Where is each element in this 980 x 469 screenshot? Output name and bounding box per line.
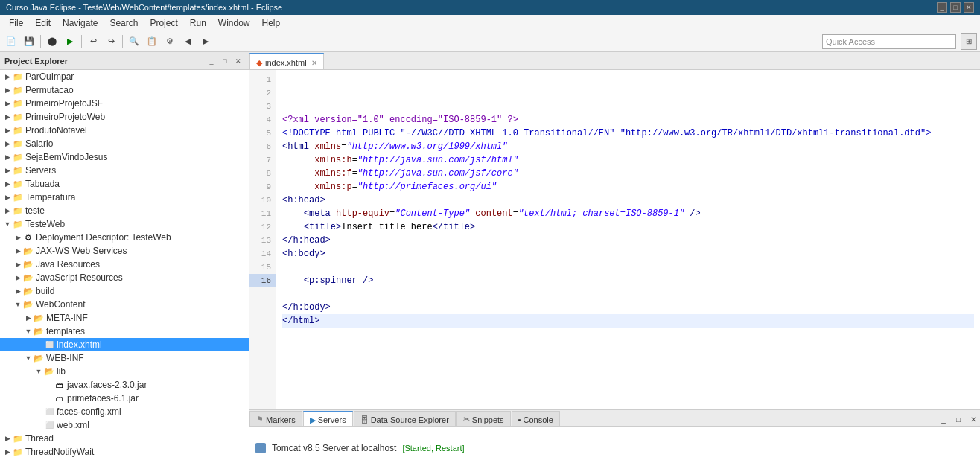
tree-label-temperatura: Temperatura — [25, 192, 75, 202]
tree-item-webcontent[interactable]: ▼📂WebContent — [0, 298, 249, 311]
tree-label-thread: Thread — [25, 433, 54, 444]
tree-label-salario: Salario — [25, 138, 53, 149]
toolbar-btn-5[interactable]: ⚙ — [162, 34, 178, 50]
tab-datasource[interactable]: 🗄 Data Source Explorer — [354, 411, 456, 426]
menu-navigate[interactable]: Navigate — [57, 16, 104, 30]
menu-search[interactable]: Search — [104, 16, 144, 30]
perspective-button[interactable]: ⊞ — [961, 34, 977, 50]
tree-arrow-threadnotify: ▶ — [3, 448, 12, 456]
code-line-1: <?xml version="1.0" encoding="ISO-8859-1… — [282, 113, 974, 127]
tree-item-pf-jar[interactable]: 🗃primefaces-6.1.jar — [0, 392, 249, 405]
debug-button[interactable]: ⬤ — [44, 34, 60, 50]
tree-icon-servers: 📁 — [12, 165, 24, 176]
tree-arrow-javaresources: ▶ — [13, 261, 22, 268]
toolbar-btn-7[interactable]: ▶ — [197, 34, 214, 50]
minimize-button[interactable]: _ — [937, 2, 947, 13]
markers-icon: ⚑ — [256, 415, 264, 424]
tree-icon-webcontent: 📂 — [22, 299, 34, 310]
bottom-close-btn[interactable]: ✕ — [967, 412, 980, 426]
tree-icon-testeweb: 📁 — [12, 218, 24, 230]
tree-label-permutacao: Permutacao — [25, 85, 74, 95]
menu-run[interactable]: Run — [184, 16, 212, 30]
line-number-14: 14 — [249, 247, 276, 261]
minimize-panel-button[interactable]: _ — [206, 55, 217, 67]
maximize-button[interactable]: □ — [950, 2, 961, 13]
bottom-minimize-btn[interactable]: _ — [937, 412, 950, 426]
close-panel-button[interactable]: ✕ — [232, 55, 244, 67]
tree-item-deploymentdesc[interactable]: ▶⚙Deployment Descriptor: TesteWeb — [0, 231, 249, 244]
tab-close-button[interactable]: ✕ — [311, 59, 317, 67]
tab-servers[interactable]: ▶ Servers — [303, 411, 353, 426]
servers-icon: ▶ — [310, 415, 316, 425]
run-button[interactable]: ▶ — [62, 34, 78, 50]
menu-project[interactable]: Project — [144, 16, 183, 30]
menu-edit[interactable]: Edit — [29, 16, 57, 30]
code-content[interactable]: <?xml version="1.0" encoding="ISO-8859-1… — [276, 70, 980, 409]
tree-item-facesconfig[interactable]: ⬜faces-config.xml — [0, 405, 249, 418]
bottom-maximize-btn[interactable]: □ — [952, 412, 965, 426]
tree-item-webxml[interactable]: ⬜web.xml — [0, 418, 249, 432]
tree-item-javaresources[interactable]: ▶📂Java Resources — [0, 258, 249, 271]
tree-item-permutacao[interactable]: ▶📁Permutacao — [0, 83, 249, 97]
toolbar-btn-2[interactable]: ↪ — [103, 34, 119, 50]
toolbar-btn-4[interactable]: 📋 — [144, 34, 160, 50]
tree-item-lib[interactable]: ▼📂lib — [0, 365, 249, 378]
tree-item-jsf-jar[interactable]: 🗃javax.faces-2.3.0.jar — [0, 378, 249, 392]
line-number-12: 12 — [249, 220, 276, 234]
save-button[interactable]: 💾 — [21, 34, 37, 50]
tree-icon-parouimpar: 📁 — [12, 71, 24, 83]
tree-item-parouimpar[interactable]: ▶📁ParOuImpar — [0, 70, 249, 83]
tree-item-tabuada[interactable]: ▶📁Tabuada — [0, 177, 249, 191]
tree-item-teste[interactable]: ▶📁teste — [0, 204, 249, 217]
line-number-6: 6 — [249, 140, 276, 153]
tree-item-temperatura[interactable]: ▶📁Temperatura — [0, 191, 249, 204]
code-line-3: <html xmlns="http://www.w3.org/1999/xhtm… — [282, 140, 974, 153]
tree-label-webxml: web.xml — [57, 420, 89, 430]
menu-help[interactable]: Help — [256, 16, 287, 30]
toolbar-btn-6[interactable]: ◀ — [179, 34, 196, 50]
new-button[interactable]: 📄 — [3, 34, 19, 50]
tab-index-xhtml[interactable]: ◆ index.xhtml ✕ — [249, 53, 324, 69]
tree-arrow-primeiroprojeto2: ▶ — [3, 113, 12, 121]
code-line-6: xmlns:p="http://primefaces.org/ui" — [282, 180, 974, 194]
maximize-panel-button[interactable]: □ — [219, 55, 231, 67]
editor-area: ◆ index.xhtml ✕ 12345678910111213141516 … — [249, 52, 980, 469]
toolbar-btn-1[interactable]: ↩ — [85, 34, 101, 50]
toolbar-btn-3[interactable]: 🔍 — [126, 34, 142, 50]
project-tree[interactable]: ▶📁ParOuImpar▶📁Permutacao▶📁PrimeiroProjet… — [0, 70, 249, 469]
close-button[interactable]: ✕ — [964, 2, 974, 13]
menu-window[interactable]: Window — [212, 16, 256, 30]
tree-icon-build: 📂 — [22, 285, 34, 297]
tree-item-primeiroprojeto[interactable]: ▶📁PrimeiroProjetoJSF — [0, 97, 249, 110]
tree-item-primeiroprojeto2[interactable]: ▶📁PrimeiroProjetoWeb — [0, 110, 249, 124]
tree-label-produtonotavel: ProdutoNotavel — [25, 125, 87, 135]
tree-item-threadnotify[interactable]: ▶📁ThreadNotifyWait — [0, 445, 249, 459]
bottom-panel: ⚑ Markers ▶ Servers 🗄 Data Source Explor… — [249, 409, 980, 469]
tree-item-produtonotavel[interactable]: ▶📁ProdutoNotavel — [0, 124, 249, 137]
line-number-3: 3 — [249, 100, 276, 113]
tab-console[interactable]: ▪ Console — [512, 411, 560, 426]
tree-item-thread[interactable]: ▶📁Thread — [0, 432, 249, 445]
tree-item-indexxhtml[interactable]: ⬜index.xhtml — [0, 338, 249, 351]
line-numbers: 12345678910111213141516 — [249, 70, 276, 409]
tree-item-templates[interactable]: ▼📂templates — [0, 325, 249, 338]
tree-item-servers[interactable]: ▶📁Servers — [0, 164, 249, 177]
tree-item-webinf[interactable]: ▼📂WEB-INF — [0, 351, 249, 365]
window-controls[interactable]: _ □ ✕ — [937, 2, 974, 13]
tree-item-metainf[interactable]: ▶📂META-INF — [0, 311, 249, 325]
tree-arrow-templates: ▼ — [24, 328, 33, 335]
line-number-2: 2 — [249, 86, 276, 100]
tree-item-jsresources[interactable]: ▶📂JavaScript Resources — [0, 271, 249, 284]
tree-item-testeweb[interactable]: ▼📁TesteWeb — [0, 217, 249, 231]
tree-item-salario[interactable]: ▶📁Salario — [0, 137, 249, 150]
tree-item-build[interactable]: ▶📂build — [0, 284, 249, 298]
tab-snippets[interactable]: ✂ Snippets — [456, 411, 511, 426]
menu-file[interactable]: File — [3, 16, 29, 30]
tab-markers[interactable]: ⚑ Markers — [249, 411, 302, 426]
tree-icon-pf-jar: 🗃 — [54, 392, 66, 404]
code-editor[interactable]: 12345678910111213141516 <?xml version="1… — [249, 70, 980, 409]
server-status: [Started, Restart] — [402, 444, 464, 453]
tree-item-sejabem[interactable]: ▶📁SejaBemVindoJesus — [0, 150, 249, 164]
tree-item-jaxws[interactable]: ▶📂JAX-WS Web Services — [0, 244, 249, 258]
quick-access-box[interactable]: Quick Access — [822, 34, 956, 49]
